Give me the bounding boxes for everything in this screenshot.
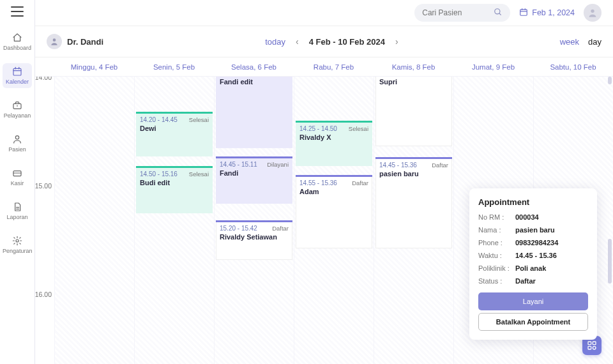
appointment-card[interactable]: 14.45 - 15.36Daftarpasien baru xyxy=(375,157,452,248)
nav-label: Kalender xyxy=(3,79,32,85)
calendar-icon xyxy=(3,66,32,77)
appointment-card[interactable]: 13.55 - 14.40DaftarSupri xyxy=(375,77,452,146)
appointment-card[interactable]: 14.50 - 15.16SelesaiBudi edit xyxy=(136,166,213,213)
appt-name: Fandi edit xyxy=(220,78,289,86)
appt-status: Daftar xyxy=(272,225,289,232)
top-bar: Feb 1, 2024 xyxy=(35,0,613,26)
field-poli-k: Poliklinik : xyxy=(478,264,515,272)
today-button[interactable]: today xyxy=(265,37,285,47)
appointment-card[interactable]: 15.20 - 15.42DaftarRivaldy Setiawan xyxy=(216,220,292,260)
date-range-label: 4 Feb - 10 Feb 2024 xyxy=(309,37,385,47)
field-waktu-v: 14.45 - 15.36 xyxy=(515,252,588,259)
svg-rect-0 xyxy=(13,68,21,75)
sub-header: Dr. Dandi today ‹ 4 Feb - 10 Feb 2024 › … xyxy=(35,26,613,57)
home-icon xyxy=(3,33,32,43)
day-header: Jumat, 9 Feb xyxy=(453,63,533,71)
menu-toggle-icon[interactable] xyxy=(11,6,24,17)
svg-point-23 xyxy=(593,346,596,349)
user-avatar[interactable] xyxy=(584,4,602,22)
svg-point-19 xyxy=(53,38,56,42)
next-week-button[interactable]: › xyxy=(395,36,398,47)
nav-label: Pengaturan xyxy=(3,248,32,254)
nav-label: Pasien xyxy=(3,146,32,153)
svg-rect-22 xyxy=(588,346,591,349)
doc-icon xyxy=(3,202,32,212)
view-week-button[interactable]: week xyxy=(560,37,579,47)
search-input-wrap[interactable] xyxy=(414,4,510,22)
day-headers: Minggu, 4 FebSenin, 5 FebSelasa, 6 FebRa… xyxy=(35,57,613,77)
day-header: Selasa, 6 Feb xyxy=(214,63,294,71)
doctor-avatar-icon xyxy=(47,34,62,49)
day-header: Sabtu, 10 Feb xyxy=(533,63,613,71)
field-phone-k: Phone : xyxy=(478,239,515,246)
nav-item-kalender[interactable]: Kalender xyxy=(3,63,32,88)
svg-rect-21 xyxy=(593,342,596,345)
field-nama-k: Nama : xyxy=(478,226,515,234)
svg-rect-7 xyxy=(13,171,21,176)
field-waktu-k: Waktu : xyxy=(478,252,515,259)
gear-icon xyxy=(3,236,32,246)
scrollbar[interactable] xyxy=(607,77,613,364)
time-label: 15.00 xyxy=(35,182,52,190)
appt-status: Dilayani xyxy=(267,161,289,168)
appointment-card[interactable]: 14.55 - 15.36DaftarAdam xyxy=(296,175,372,248)
left-sidebar: DashboardKalenderPelayananPasienKasirLap… xyxy=(0,0,35,364)
field-norm-v: 000034 xyxy=(515,213,588,221)
appt-status: Selesai xyxy=(189,116,209,123)
day-header: Senin, 5 Feb xyxy=(134,63,214,71)
appt-name: Dewi xyxy=(140,125,209,132)
appointment-card[interactable]: 13.55 - 14.40DilayaniFandi edit xyxy=(216,77,292,148)
nav-label: Dashboard xyxy=(3,45,32,51)
time-gutter: 14.0015.0016.00 xyxy=(35,77,54,364)
day-header: Minggu, 4 Feb xyxy=(54,63,134,71)
search-icon[interactable] xyxy=(494,8,503,19)
field-status-v: Daftar xyxy=(515,277,588,285)
appointment-card[interactable]: 14.25 - 14.50SelesaiRivaldy X xyxy=(296,121,372,166)
svg-point-18 xyxy=(591,10,594,13)
day-column: 14.25 - 14.50SelesaiRivaldy X14.55 - 15.… xyxy=(294,77,374,364)
calendar: Minggu, 4 FebSenin, 5 FebSelasa, 6 FebRa… xyxy=(35,57,613,364)
view-day-button[interactable]: day xyxy=(588,37,602,47)
prev-week-button[interactable]: ‹ xyxy=(296,36,299,47)
nav-item-dashboard[interactable]: Dashboard xyxy=(3,29,32,54)
appt-name: Supri xyxy=(379,78,448,86)
appt-name: pasien baru xyxy=(379,170,448,178)
field-nama-v: pasien baru xyxy=(515,226,588,234)
user-icon xyxy=(3,134,32,144)
search-input[interactable] xyxy=(422,8,486,17)
appt-status: Daftar xyxy=(352,179,368,186)
date-picker[interactable]: Feb 1, 2024 xyxy=(519,8,575,19)
appointment-card[interactable]: 14.45 - 15.11DilayaniFandi xyxy=(216,156,292,204)
briefcase-icon xyxy=(3,100,32,110)
nav-item-pelayanan[interactable]: Pelayanan xyxy=(3,97,32,122)
nav-item-laporan[interactable]: Laporan xyxy=(3,199,32,224)
serve-button[interactable]: Layani xyxy=(478,292,588,310)
svg-line-13 xyxy=(499,13,501,15)
day-header: Rabu, 7 Feb xyxy=(294,63,374,71)
appt-name: Adam xyxy=(299,188,368,195)
svg-point-11 xyxy=(16,239,19,242)
field-phone-v: 09832984234 xyxy=(515,239,588,246)
date-label: Feb 1, 2024 xyxy=(532,8,575,17)
appt-name: Budi edit xyxy=(140,179,209,186)
nav-label: Kasir xyxy=(3,180,32,186)
appt-name: Fandi xyxy=(220,169,289,177)
nav-label: Pelayanan xyxy=(3,112,32,119)
doctor-name: Dr. Dandi xyxy=(67,37,103,47)
nav-item-pengaturan[interactable]: Pengaturan xyxy=(3,232,32,257)
appointment-card[interactable]: 14.20 - 14.45SelesaiDewi xyxy=(136,112,213,156)
cash-icon xyxy=(3,168,32,178)
nav-item-kasir[interactable]: Kasir xyxy=(3,165,32,190)
day-column: 13.55 - 14.40DaftarSupri14.45 - 15.36Daf… xyxy=(374,77,453,364)
appt-status: Selesai xyxy=(349,125,368,132)
field-poli-v: Poli anak xyxy=(515,264,588,272)
nav-label: Laporan xyxy=(3,214,32,220)
appt-name: Rivaldy Setiawan xyxy=(220,233,289,241)
svg-point-12 xyxy=(495,8,500,13)
cancel-button[interactable]: Batalkan Appointment xyxy=(478,313,588,331)
appt-status: Daftar xyxy=(432,162,448,169)
nav-item-pasien[interactable]: Pasien xyxy=(3,131,32,156)
doctor-chip: Dr. Dandi xyxy=(47,34,103,49)
day-column: 14.20 - 14.45SelesaiDewi14.50 - 15.16Sel… xyxy=(134,77,214,364)
popover-title: Appointment xyxy=(478,197,588,207)
